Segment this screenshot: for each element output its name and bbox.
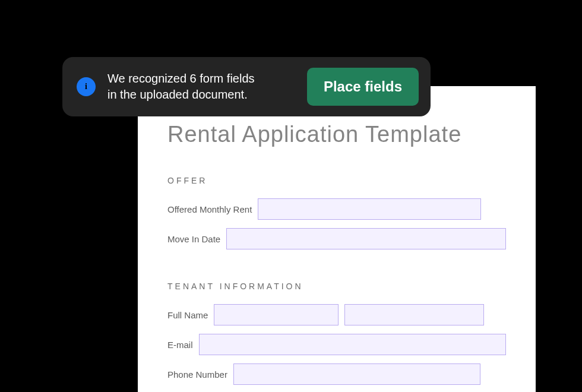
- fullname-label: Full Name: [167, 310, 208, 320]
- firstname-input[interactable]: [214, 304, 339, 325]
- document-page: Rental Application Template OFFER Offere…: [138, 86, 536, 392]
- form-row-fullname: Full Name: [167, 304, 506, 325]
- section-heading-offer: OFFER: [167, 176, 506, 185]
- rent-input[interactable]: [258, 198, 481, 220]
- form-row-phone: Phone Number: [167, 363, 506, 385]
- movein-input[interactable]: [226, 228, 506, 249]
- toast-line2: in the uploaded document.: [107, 88, 248, 101]
- phone-input[interactable]: [233, 363, 480, 385]
- toast-message: We recognized 6 form fields in the uploa…: [107, 71, 295, 103]
- document-title: Rental Application Template: [167, 122, 506, 147]
- form-row-email: E-mail: [167, 334, 506, 355]
- phone-label: Phone Number: [167, 369, 227, 380]
- lastname-input[interactable]: [344, 304, 484, 325]
- toast-line1: We recognized 6 form fields: [107, 72, 255, 85]
- place-fields-button[interactable]: Place fields: [307, 68, 419, 106]
- email-label: E-mail: [167, 340, 193, 350]
- rent-label: Offered Monthly Rent: [167, 204, 252, 214]
- section-heading-tenant: TENANT INFORMATION: [167, 282, 506, 291]
- info-glyph: i: [85, 82, 87, 91]
- form-row-rent: Offered Monthly Rent: [167, 198, 506, 220]
- movein-label: Move In Date: [167, 234, 220, 244]
- recognition-toast: i We recognized 6 form fields in the upl…: [62, 57, 431, 116]
- form-row-movein: Move In Date: [167, 228, 506, 249]
- email-input[interactable]: [199, 334, 506, 355]
- info-icon: i: [77, 77, 96, 96]
